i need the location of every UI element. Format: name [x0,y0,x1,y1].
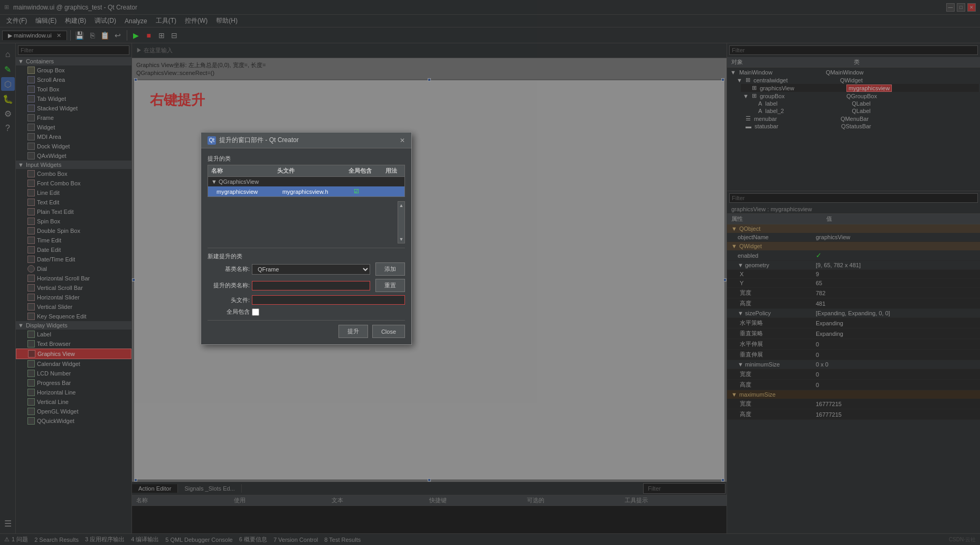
dialog-overlay: Qt 提升的窗口部件 - Qt Creator ✕ 提升的类 名称 头文件 全局… [0,0,980,545]
table-row-mygraphicsview[interactable]: mygraphicsview mygraphicsview.h ☑ [208,186,404,196]
promoted-usage [382,186,404,196]
promoted-name: mygraphicsview [208,186,274,196]
dialog-promoted-section: 提升的类 名称 头文件 全局包含 用法 ▼ QGraphicsView [208,155,405,243]
table-vscrollbar[interactable]: ▲ ▼ [398,201,405,243]
promoted-class-label: 提升的类 [208,155,405,163]
col-usage-header: 用法 [382,165,404,177]
new-class-section: 新建提升的类 基类名称: QFrame QWidget QGraphicsVie… [208,252,405,316]
dialog-separator [208,248,405,248]
promoted-class-name-input[interactable] [252,281,370,290]
promoted-class-table: 名称 头文件 全局包含 用法 ▼ QGraphicsView mygraphic… [208,165,405,197]
dialog-close-button[interactable]: ✕ [400,137,405,144]
form-row-headerfile: 头文件: [208,295,405,305]
base-class-select[interactable]: QFrame QWidget QGraphicsView [252,264,370,275]
promoted-global: ☑ [345,186,382,196]
dialog-title-text: 提升的窗口部件 - Qt Creator [219,136,299,145]
parent-class-name: ▼ QGraphicsView [208,177,404,186]
close-dialog-button[interactable]: Close [372,325,405,338]
table-row-parent[interactable]: ▼ QGraphicsView [208,177,404,186]
promoted-class-name-label: 提升的类名称: [208,281,250,289]
col-name-header: 名称 [208,165,274,177]
dialog-separator2 [208,320,405,321]
promote-button[interactable]: 提升 [338,325,368,338]
col-global-header: 全局包含 [345,165,382,177]
dialog-title-bar: Qt 提升的窗口部件 - Qt Creator ✕ [201,133,411,148]
form-row-globalinclude: 全局包含 [208,308,405,316]
dialog-title-content: Qt 提升的窗口部件 - Qt Creator [208,136,299,145]
new-class-label: 新建提升的类 [208,252,405,260]
global-include-label: 全局包含 [208,308,250,316]
reset-button[interactable]: 重置 [375,279,405,292]
promoted-header: mygraphicsview.h [274,186,345,196]
dialog-buttons: 提升 Close [208,325,405,338]
form-row-promotedname: 提升的类名称: 重置 [208,279,405,292]
table-scrollbar: ▲ ▼ [208,201,405,243]
promote-dialog: Qt 提升的窗口部件 - Qt Creator ✕ 提升的类 名称 头文件 全局… [201,132,412,345]
form-row-baseclass: 基类名称: QFrame QWidget QGraphicsView 添加 [208,262,405,276]
col-header-header: 头文件 [274,165,345,177]
dialog-body: 提升的类 名称 头文件 全局包含 用法 ▼ QGraphicsView [201,148,411,344]
global-include-checkbox[interactable] [252,308,259,316]
add-button[interactable]: 添加 [375,262,405,276]
header-file-label: 头文件: [208,296,250,304]
qt-logo-icon: Qt [208,136,216,145]
base-class-label: 基类名称: [208,265,250,273]
header-file-input[interactable] [252,295,405,305]
